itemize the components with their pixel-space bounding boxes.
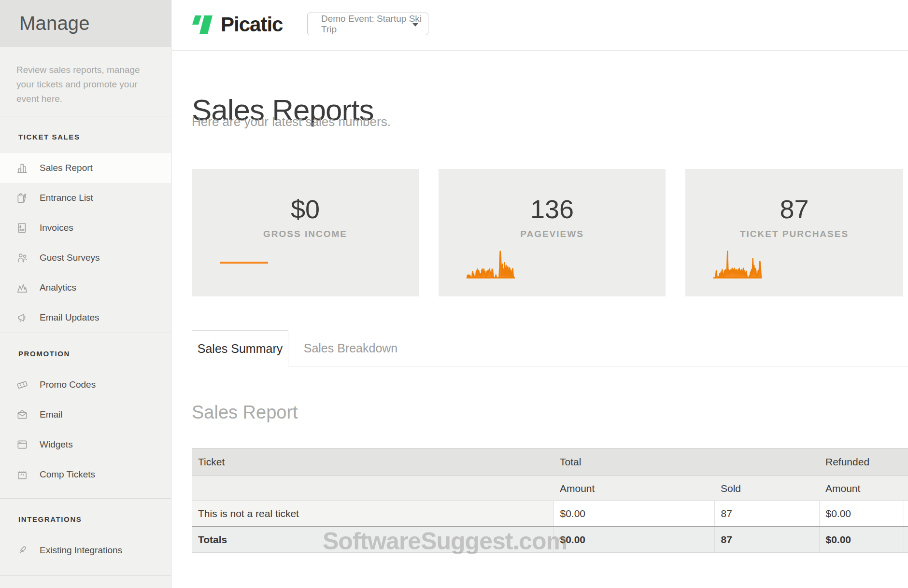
stat-card-pageviews: 136 PAGEVIEWS [439, 169, 666, 296]
sales-report-table: Ticket Total Refunded Amount Sold Amount… [192, 448, 908, 553]
page-subtitle: Here are your latest sales numbers. [192, 114, 391, 129]
sales-report-section-title: Sales Report [192, 402, 298, 423]
event-selector-dropdown[interactable]: Demo Event: Startup Ski Trip [307, 13, 428, 35]
megaphone-icon [16, 311, 28, 324]
sidebar-title: Manage [19, 13, 90, 34]
sidebar-item-label: Entrance List [40, 193, 93, 203]
stat-label: PAGEVIEWS [439, 229, 666, 239]
sidebar-divider [0, 575, 171, 576]
column-header-total: Total [553, 448, 714, 476]
cell-ticket-name: This is not a real ticket [192, 501, 553, 527]
cell-totals-sold: 87 [714, 527, 819, 553]
pen-icon [16, 544, 28, 557]
pageviews-sparkline [467, 249, 515, 279]
gift-ticket-icon [16, 468, 28, 481]
sidebar-item-label: Invoices [40, 223, 73, 233]
sub-header-sold: Sold [714, 476, 819, 501]
cell-spacer [904, 501, 908, 527]
gross-income-sparkline [220, 249, 268, 279]
ticket-icon [16, 378, 28, 391]
column-header-spacer [904, 448, 908, 476]
sidebar-header: Manage [0, 0, 171, 47]
sidebar-item-label: Sales Report [40, 163, 93, 173]
stat-label: GROSS INCOME [192, 229, 419, 239]
table-row: This is not a real ticket $0.00 87 $0.00 [192, 501, 908, 527]
sidebar-section-integrations: Existing Integrations [0, 535, 171, 565]
event-selector-value: Demo Event: Startup Ski Trip [308, 14, 428, 35]
cell-sold: 87 [714, 501, 819, 527]
sidebar: Manage Review sales reports, manage your… [0, 0, 171, 588]
sidebar-item-entrance-list[interactable]: Entrance List [0, 183, 171, 213]
sidebar-item-label: Existing Integrations [40, 545, 122, 556]
sidebar-item-label: Promo Codes [40, 379, 96, 390]
stat-label: TICKET PURCHASES [685, 229, 903, 239]
table-sub-header-row: Amount Sold Amount [192, 476, 908, 501]
sub-header-refunded-amount: Amount [819, 476, 904, 501]
stat-value: 87 [685, 194, 903, 224]
chevron-down-icon [412, 23, 418, 27]
sidebar-item-label: Analytics [40, 282, 76, 293]
sidebar-item-invoices[interactable]: Invoices [0, 213, 171, 243]
sidebar-item-comp-tickets[interactable]: Comp Tickets [0, 460, 171, 490]
sidebar-section-promotion: Promo Codes Email Widgets Comp Tickets [0, 370, 171, 490]
main-content: Sales Reports Here are your latest sales… [172, 51, 908, 588]
cell-totals-refunded-amount: $0.00 [819, 527, 904, 553]
clipboard-pencil-icon [16, 192, 28, 204]
browser-window-icon [16, 438, 28, 451]
sidebar-item-label: Email Updates [40, 312, 99, 323]
sub-header-spacer [192, 476, 553, 501]
cell-totals-label: Totals [192, 527, 553, 553]
cell-spacer [904, 527, 908, 553]
stat-card-gross-income: $0 GROSS INCOME [192, 169, 419, 296]
sidebar-item-label: Email [40, 409, 63, 420]
section-header-ticket-sales: TICKET SALES [0, 116, 171, 145]
tab-bar-divider [288, 366, 908, 366]
stat-card-ticket-purchases: 87 TICKET PURCHASES [685, 169, 903, 296]
table-group-header-row: Ticket Total Refunded [192, 448, 908, 476]
sidebar-item-analytics[interactable]: Analytics [0, 273, 171, 303]
invoice-document-icon [16, 222, 28, 234]
cell-refunded-amount: $0.00 [819, 501, 904, 527]
picatic-logo-text: Picatic [221, 13, 283, 36]
tab-sales-breakdown[interactable]: Sales Breakdown [301, 330, 400, 366]
bar-chart-icon [16, 162, 28, 174]
stat-value: $0 [192, 194, 419, 224]
cell-total-amount: $0.00 [553, 501, 714, 527]
sidebar-item-email-updates[interactable]: Email Updates [0, 303, 171, 333]
picatic-logo-icon [192, 15, 216, 34]
picatic-manage-app: Manage Review sales reports, manage your… [0, 0, 908, 588]
picatic-logo: Picatic [192, 13, 283, 36]
sidebar-section-ticket-sales: Sales Report Entrance List Invoices Gues… [0, 153, 171, 333]
column-header-refunded: Refunded [819, 448, 904, 476]
sidebar-item-label: Guest Surveys [40, 252, 100, 263]
sub-header-total-amount: Amount [553, 476, 714, 501]
sidebar-item-label: Widgets [40, 439, 73, 450]
table-totals-row: Totals $0.00 87 $0.00 [192, 527, 908, 553]
section-header-promotion: PROMOTION [0, 333, 171, 362]
column-header-ticket: Ticket [192, 448, 553, 476]
cell-totals-total-amount: $0.00 [553, 527, 714, 553]
section-header-integrations: INTEGRATIONS [0, 499, 171, 527]
sidebar-description: Review sales reports, manage your ticket… [0, 47, 171, 116]
sidebar-item-email[interactable]: Email [0, 400, 171, 430]
column-header-spacer [714, 448, 819, 476]
sidebar-item-widgets[interactable]: Widgets [0, 430, 171, 460]
sub-header-spacer [904, 476, 908, 501]
topbar: Picatic Demo Event: Startup Ski Trip [172, 0, 908, 51]
line-chart-icon [16, 281, 28, 294]
sidebar-item-sales-report[interactable]: Sales Report [0, 153, 171, 183]
sidebar-item-existing-integrations[interactable]: Existing Integrations [0, 535, 171, 565]
sidebar-item-guest-surveys[interactable]: Guest Surveys [0, 243, 171, 273]
envelope-icon [16, 408, 28, 421]
tab-sales-summary[interactable]: Sales Summary [192, 330, 288, 366]
ticket-purchases-sparkline [713, 249, 762, 279]
sidebar-item-promo-codes[interactable]: Promo Codes [0, 370, 171, 400]
stat-value: 136 [439, 194, 666, 224]
people-icon [16, 252, 28, 264]
sidebar-item-label: Comp Tickets [40, 469, 95, 480]
